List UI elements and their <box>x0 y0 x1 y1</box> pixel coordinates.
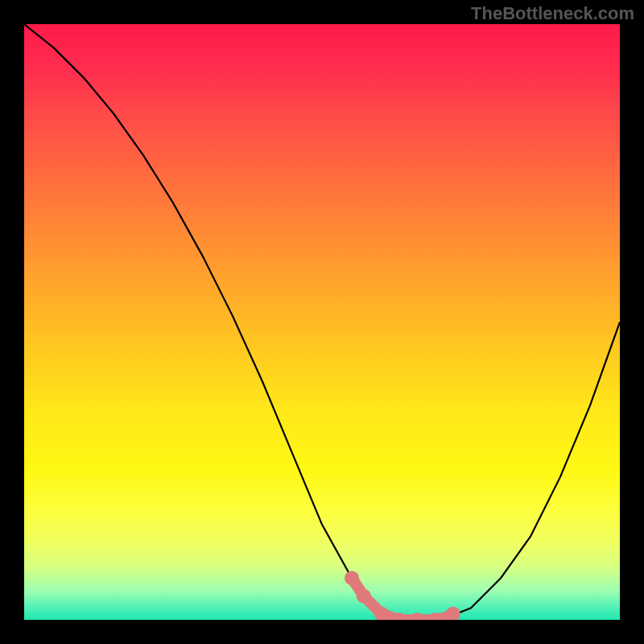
plot-area <box>24 24 620 620</box>
marker-point <box>345 571 359 585</box>
bottleneck-curve <box>24 24 620 620</box>
marker-point <box>410 613 424 620</box>
marker-group <box>345 571 460 620</box>
marker-point <box>446 607 460 620</box>
marker-point <box>357 588 371 603</box>
chart-overlay <box>24 24 620 620</box>
watermark-text: TheBottleneck.com <box>471 3 634 24</box>
